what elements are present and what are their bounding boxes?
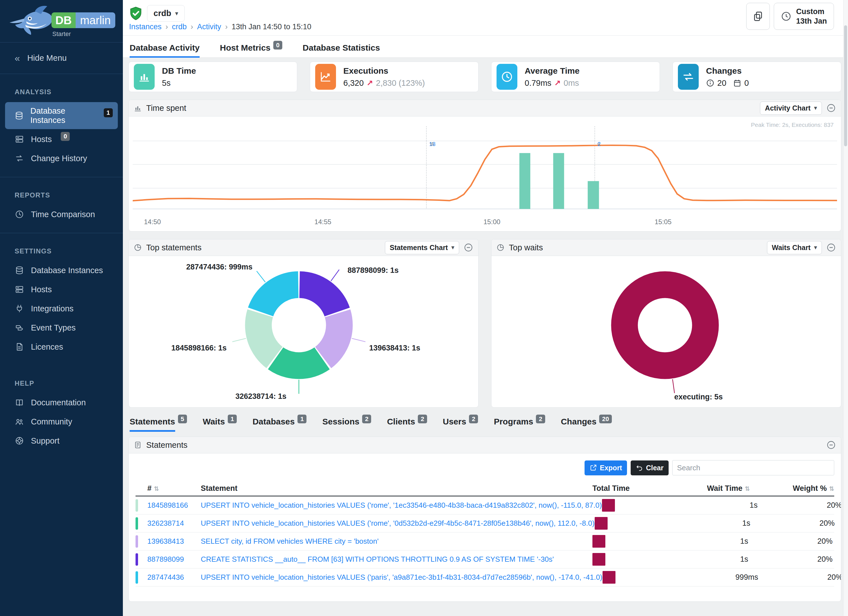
sidebar-section-reports: REPORTSTime Comparison <box>0 177 123 233</box>
scrollbar-thumb[interactable] <box>844 25 847 146</box>
tab-count-badge: 1 <box>228 415 237 423</box>
sidebar-item-time-comparison[interactable]: Time Comparison <box>5 205 118 223</box>
sidebar-section-analysis: ANALYSISDatabase Instances1Hosts0Change … <box>0 74 123 177</box>
breadcrumb-item-crdb[interactable]: crdb <box>172 22 187 31</box>
detail-tab-changes[interactable]: Changes20 <box>561 417 612 431</box>
page-scrollbar[interactable] <box>843 0 848 616</box>
donut-leader-lines <box>491 256 841 407</box>
time-spent-panel: Time spent Activity Chart ▾ Peak Time: 2… <box>129 99 841 232</box>
detail-tab-clients[interactable]: Clients2 <box>387 417 427 431</box>
document-list-icon <box>134 441 142 449</box>
sidebar-item-support[interactable]: Support <box>5 432 118 450</box>
top-statements-title: Top statements <box>146 243 202 252</box>
collapse-panel-icon[interactable] <box>826 440 836 450</box>
statement-id-link[interactable]: 1845898166 <box>147 501 188 509</box>
database-icon <box>15 111 24 120</box>
weight-cell: 20% <box>759 501 841 510</box>
change-annotation[interactable]: 18 <box>428 141 436 147</box>
tab-count-badge: 2 <box>536 415 545 423</box>
detail-tab-statements[interactable]: Statements5 <box>130 417 187 431</box>
sidebar-item-community[interactable]: Community <box>5 413 118 430</box>
top-waits-title: Top waits <box>509 243 543 252</box>
tab-host-metrics[interactable]: Host Metrics0 <box>220 43 282 57</box>
tab-database-activity[interactable]: Database Activity <box>130 43 200 57</box>
top-waits-donut[interactable]: executing: 5s <box>491 256 841 407</box>
total-time-cell <box>594 517 637 530</box>
column-header-total-time: Total Time <box>592 484 635 493</box>
sidebar-item-label: Event Types <box>31 323 76 332</box>
tab-count-badge: 5 <box>178 415 187 423</box>
time-range-date: 13th Jan <box>796 16 827 26</box>
clear-button[interactable]: Clear <box>631 460 669 475</box>
x-axis-labels: 14:5014:5515:0015:05 <box>133 216 837 227</box>
metric-card-value-row: 0.79ms↗0ms <box>525 79 580 88</box>
detail-tab-users[interactable]: Users2 <box>443 417 478 431</box>
activity-chart-selector[interactable]: Activity Chart ▾ <box>760 101 822 115</box>
detail-tab-databases[interactable]: Databases1 <box>252 417 307 431</box>
search-input[interactable] <box>672 460 834 475</box>
sidebar-item-database-instances[interactable]: Database Instances1 <box>5 102 118 129</box>
collapse-panel-icon[interactable] <box>826 243 836 252</box>
sidebar-item-licences[interactable]: Licences <box>5 338 118 356</box>
chevron-double-left-icon: « <box>15 53 20 64</box>
hide-menu-button[interactable]: « Hide Menu <box>0 43 123 74</box>
tab-count-badge: 2 <box>469 415 478 423</box>
top-statements-donut[interactable]: 887898099: 1s139638413: 1s326238714: 1s1… <box>129 256 478 407</box>
sidebar-item-database-instances[interactable]: Database Instances <box>5 261 118 279</box>
statement-color-chip <box>135 535 138 548</box>
breadcrumb-item-activity[interactable]: Activity <box>197 22 221 31</box>
statement-sql-link[interactable]: UPSERT INTO vehicle_location_histories V… <box>201 501 602 509</box>
column-header-id: #⇅ <box>147 484 201 493</box>
sidebar-item-hosts[interactable]: Hosts0 <box>5 130 118 148</box>
statement-sql-link[interactable]: UPSERT INTO vehicle_location_histories V… <box>201 573 603 581</box>
statement-id-link[interactable]: 326238714 <box>147 519 184 527</box>
statement-id-cell: 1845898166 <box>147 501 201 510</box>
chevron-down-icon: ▾ <box>175 10 178 17</box>
statement-id-link[interactable]: 887898099 <box>147 555 184 563</box>
sidebar-item-hosts[interactable]: Hosts <box>5 281 118 298</box>
metric-card-title: Executions <box>343 66 425 76</box>
export-button[interactable]: Export <box>584 460 627 475</box>
change-annotation[interactable]: 2 <box>596 141 600 147</box>
statement-color-cell <box>135 571 147 584</box>
sidebar-item-integrations[interactable]: Integrations <box>5 300 118 318</box>
dbmarlin-logo[interactable]: DBmarlin Starter <box>0 0 123 42</box>
tab-label: Host Metrics <box>220 43 270 56</box>
tab-label: Waits <box>203 417 225 430</box>
time-spent-chart[interactable]: Peak Time: 2s, Executions: 837 182 14:50… <box>129 116 841 231</box>
sort-icon[interactable]: ⇅ <box>745 485 750 492</box>
tab-database-statistics[interactable]: Database Statistics <box>302 43 380 57</box>
waits-chart-selector[interactable]: Waits Chart ▾ <box>767 241 822 254</box>
metric-card-value: 6,320 <box>343 79 364 88</box>
copy-link-button[interactable] <box>746 3 770 30</box>
sidebar-item-documentation[interactable]: Documentation <box>5 393 118 411</box>
sidebar-item-label: Support <box>31 436 59 445</box>
tab-count-badge: 0 <box>273 41 282 49</box>
statement-sql-link[interactable]: CREATE STATISTICS __auto__ FROM [63] WIT… <box>201 555 554 563</box>
sidebar-item-change-history[interactable]: Change History <box>5 149 118 167</box>
wait-time-cell: 1s <box>635 537 750 546</box>
time-spent-plot <box>133 119 837 216</box>
sort-icon[interactable]: ⇅ <box>154 485 159 492</box>
statement-id-link[interactable]: 287474436 <box>147 573 184 581</box>
trend-up-arrow-icon: ↗ <box>367 79 373 88</box>
collapse-panel-icon[interactable] <box>464 243 473 252</box>
statements-chart-selector[interactable]: Statements Chart ▾ <box>385 241 459 254</box>
metric-card-value: 0.79ms <box>525 79 551 88</box>
top-waits-panel: Top waits Waits Chart ▾ executing: 5s <box>491 239 841 408</box>
statement-sql-link[interactable]: SELECT city, id FROM vehicles WHERE city… <box>201 537 378 545</box>
instance-selector[interactable]: crdb ▾ <box>147 5 185 22</box>
detail-tab-sessions[interactable]: Sessions2 <box>322 417 371 431</box>
sidebar-item-label: Database Instances <box>30 106 95 125</box>
detail-tab-programs[interactable]: Programs2 <box>494 417 545 431</box>
detail-tab-waits[interactable]: Waits1 <box>203 417 237 431</box>
time-range-button[interactable]: Custom 13th Jan <box>774 3 834 30</box>
collapse-panel-icon[interactable] <box>826 103 836 113</box>
statement-sql-link[interactable]: UPSERT INTO vehicle_location_histories V… <box>201 519 594 527</box>
sidebar-item-event-types[interactable]: Event Types <box>5 319 118 337</box>
breadcrumb-item-instances[interactable]: Instances <box>129 22 162 31</box>
statement-id-cell: 326238714 <box>147 519 201 528</box>
statement-id-link[interactable]: 139638413 <box>147 537 184 545</box>
metric-card-body: DB Time5s <box>162 66 196 88</box>
sort-icon[interactable]: ⇅ <box>829 485 834 492</box>
